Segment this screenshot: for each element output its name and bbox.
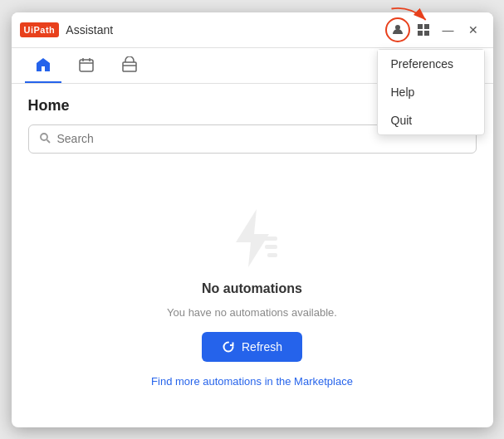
logo: UiPath — [20, 22, 60, 37]
empty-state-subtitle: You have no automations available. — [167, 306, 337, 319]
marketplace-link[interactable]: Find more automations in the Marketplace — [151, 375, 353, 388]
svg-line-13 — [46, 139, 50, 143]
dropdown-item-quit[interactable]: Quit — [378, 106, 484, 134]
minimize-button[interactable]: — — [437, 18, 460, 41]
refresh-button[interactable]: Refresh — [202, 332, 302, 362]
profile-button[interactable] — [385, 17, 410, 42]
dropdown-menu: Preferences Help Quit — [377, 49, 485, 135]
close-button[interactable]: ✕ — [462, 18, 485, 41]
svg-rect-10 — [123, 62, 136, 71]
svg-rect-3 — [424, 24, 429, 29]
svg-rect-5 — [424, 31, 429, 36]
app-window: UiPath Assistant — [12, 12, 493, 427]
refresh-button-label: Refresh — [242, 340, 282, 354]
app-title: Assistant — [66, 23, 113, 37]
titlebar-right: — ✕ Preferences Help Quit — [385, 17, 485, 42]
titlebar-left: UiPath Assistant — [20, 22, 114, 37]
svg-rect-4 — [418, 31, 423, 36]
svg-rect-15 — [262, 237, 277, 241]
search-icon — [39, 132, 51, 146]
svg-rect-17 — [267, 253, 277, 257]
tab-calendar[interactable] — [68, 48, 105, 83]
svg-point-12 — [41, 134, 47, 140]
dropdown-item-preferences[interactable]: Preferences — [378, 50, 484, 78]
grid-view-button[interactable] — [412, 18, 435, 41]
svg-rect-6 — [80, 60, 93, 71]
empty-state-title: No automations — [202, 281, 302, 296]
tab-store[interactable] — [111, 48, 148, 83]
tab-home[interactable] — [25, 48, 61, 83]
empty-state: No automations You have no automations a… — [28, 170, 477, 414]
svg-rect-2 — [418, 24, 423, 29]
main-content: Home No automations You have no automati… — [12, 84, 493, 427]
dropdown-item-help[interactable]: Help — [378, 78, 484, 106]
bolt-icon — [219, 205, 286, 271]
svg-rect-16 — [265, 245, 277, 249]
titlebar: UiPath Assistant — [12, 12, 493, 48]
